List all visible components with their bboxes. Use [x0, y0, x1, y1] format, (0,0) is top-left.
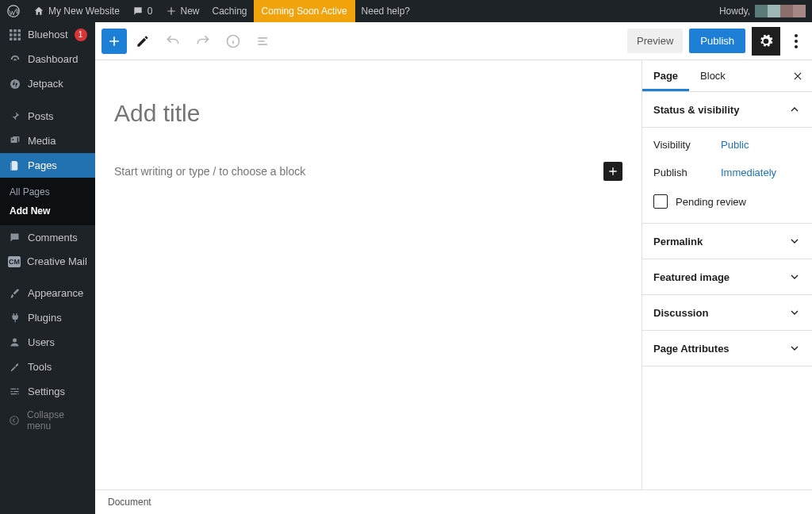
- plug-icon: [8, 311, 21, 324]
- chevron-down-icon: [788, 306, 801, 319]
- dashboard-icon: [8, 52, 21, 66]
- caching-link[interactable]: Caching: [206, 0, 254, 22]
- editor-footer: Document: [95, 489, 812, 514]
- svg-rect-8: [13, 37, 17, 40]
- settings-toggle-button[interactable]: [752, 27, 780, 56]
- publish-label: Publish: [653, 167, 721, 178]
- visibility-value[interactable]: Public: [721, 139, 749, 151]
- svg-rect-6: [17, 33, 21, 36]
- editor-canvas[interactable]: Start writing or type / to choose a bloc…: [95, 60, 642, 489]
- sidebar-item-jetpack[interactable]: Jetpack: [0, 71, 95, 96]
- sidebar-item-dashboard[interactable]: Dashboard: [0, 47, 95, 71]
- sidebar-item-plugins[interactable]: Plugins: [0, 305, 95, 330]
- svg-point-15: [795, 34, 798, 37]
- svg-point-11: [12, 139, 13, 140]
- pages-icon: [8, 159, 21, 172]
- sidebar-collapse[interactable]: Collapse menu: [0, 404, 95, 437]
- pending-review-checkbox[interactable]: [653, 194, 668, 209]
- creative-mail-icon: CM: [8, 256, 21, 267]
- sidebar-item-tools[interactable]: Tools: [0, 355, 95, 379]
- sidebar-item-label: Plugins: [28, 312, 62, 324]
- add-block-button[interactable]: [102, 29, 127, 54]
- help-label: Need help?: [362, 6, 410, 17]
- svg-rect-3: [17, 29, 21, 33]
- howdy-label: Howdy,: [719, 6, 750, 17]
- content-placeholder[interactable]: Start writing or type / to choose a bloc…: [114, 165, 603, 178]
- sidebar-subitem-add-new[interactable]: Add New: [0, 201, 95, 221]
- chevron-down-icon: [788, 235, 801, 247]
- outline-button[interactable]: [249, 27, 278, 56]
- admin-sidebar: Bluehost 1 Dashboard Jetpack Posts Media…: [0, 22, 95, 514]
- panel-discussion[interactable]: Discussion: [642, 295, 812, 331]
- panel-status-body: Visibility Public Publish Immediately Pe…: [642, 128, 812, 224]
- panel-status-visibility[interactable]: Status & visibility: [642, 92, 812, 128]
- svg-point-10: [10, 79, 20, 89]
- sidebar-subitem-all-pages[interactable]: All Pages: [0, 182, 95, 201]
- post-title-input[interactable]: [114, 98, 622, 128]
- svg-rect-2: [13, 29, 17, 33]
- sidebar-item-label: Dashboard: [28, 53, 79, 65]
- preview-button[interactable]: Preview: [627, 29, 683, 53]
- sidebar-item-label: Pages: [28, 159, 57, 171]
- panel-title: Page Attributes: [653, 343, 730, 355]
- pin-icon: [8, 109, 21, 123]
- sidebar-item-appearance[interactable]: Appearance: [0, 281, 95, 305]
- tab-page[interactable]: Page: [642, 60, 689, 91]
- sidebar-item-label: Users: [28, 336, 55, 348]
- caching-label: Caching: [213, 6, 247, 17]
- svg-rect-5: [13, 33, 17, 36]
- edit-mode-button[interactable]: [128, 27, 157, 56]
- panel-featured-image[interactable]: Featured image: [642, 259, 812, 295]
- panel-page-attributes[interactable]: Page Attributes: [642, 331, 812, 366]
- admin-bar-account[interactable]: Howdy,: [719, 5, 812, 17]
- publish-button[interactable]: Publish: [689, 29, 745, 53]
- sidebar-item-settings[interactable]: Settings: [0, 379, 95, 404]
- bluehost-icon: [8, 28, 21, 41]
- svg-rect-7: [10, 37, 13, 40]
- panel-permalink[interactable]: Permalink: [642, 224, 812, 259]
- sidebar-item-users[interactable]: Users: [0, 330, 95, 355]
- site-link[interactable]: My New Website: [27, 0, 126, 22]
- pending-review-label: Pending review: [676, 196, 746, 208]
- svg-rect-9: [17, 37, 21, 40]
- comments-link[interactable]: 0: [126, 0, 159, 22]
- inline-add-block-button[interactable]: [603, 162, 622, 181]
- redo-button[interactable]: [189, 27, 217, 56]
- wordpress-icon: [6, 4, 21, 18]
- sidebar-item-label: Tools: [28, 361, 52, 373]
- comment-icon: [8, 231, 21, 244]
- svg-point-16: [795, 40, 798, 43]
- sidebar-item-creative-mail[interactable]: CM Creative Mail: [0, 250, 95, 273]
- update-badge: 1: [75, 29, 87, 41]
- help-link[interactable]: Need help?: [355, 0, 416, 22]
- coming-soon-badge[interactable]: Coming Soon Active: [254, 0, 355, 22]
- wordpress-logo[interactable]: [0, 0, 27, 22]
- sliders-icon: [8, 385, 21, 398]
- info-button[interactable]: [219, 27, 247, 56]
- chevron-down-icon: [788, 270, 801, 283]
- more-options-button[interactable]: [787, 34, 806, 48]
- admin-bar: My New Website 0 New Caching Coming Soon…: [0, 0, 812, 22]
- close-settings-button[interactable]: [783, 60, 812, 91]
- publish-value[interactable]: Immediately: [721, 167, 776, 178]
- svg-rect-1: [10, 29, 13, 33]
- breadcrumb[interactable]: Document: [108, 497, 151, 508]
- new-label: New: [181, 6, 200, 17]
- sidebar-item-pages[interactable]: Pages: [0, 153, 95, 178]
- new-link[interactable]: New: [159, 0, 206, 22]
- sidebar-item-label: Creative Mail: [27, 255, 87, 267]
- tab-block[interactable]: Block: [689, 60, 737, 91]
- collapse-label: Collapse menu: [27, 409, 87, 432]
- svg-point-17: [795, 45, 798, 48]
- sidebar-item-media[interactable]: Media: [0, 128, 95, 153]
- panel-title: Discussion: [653, 307, 708, 319]
- collapse-icon: [8, 414, 21, 428]
- sidebar-item-label: Appearance: [28, 287, 83, 299]
- sidebar-item-comments[interactable]: Comments: [0, 225, 95, 250]
- comment-icon: [132, 6, 144, 17]
- sidebar-item-posts[interactable]: Posts: [0, 104, 95, 128]
- site-title: My New Website: [48, 6, 120, 17]
- undo-button[interactable]: [159, 27, 187, 56]
- plus-icon: [166, 6, 177, 17]
- sidebar-item-bluehost[interactable]: Bluehost 1: [0, 22, 95, 47]
